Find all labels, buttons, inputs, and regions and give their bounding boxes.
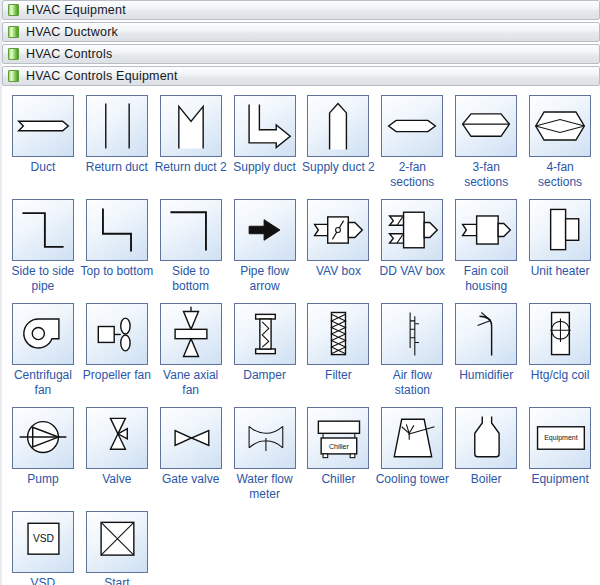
vsd-symbol-text: VSD [33,533,54,544]
chiller-icon: Chiller [309,409,367,467]
dd-vav-box-icon [383,201,441,259]
shape-item-return-duct[interactable]: Return duct [80,95,154,199]
shape-tile[interactable] [86,511,148,573]
shape-item-top-to-bottom[interactable]: Top to bottom [80,199,154,303]
shape-tile[interactable] [455,95,517,157]
shape-label: 2-fan sections [375,160,449,189]
shape-tile[interactable] [12,199,74,261]
shape-tile[interactable] [234,95,296,157]
shape-item-duct[interactable]: Duct [6,95,80,199]
shape-item-gate-valve[interactable]: Gate valve [154,407,228,511]
shape-item-supply-duct[interactable]: Supply duct [228,95,302,199]
pipe-flow-arrow-icon [236,201,294,259]
shape-item-supply-duct-2[interactable]: Supply duct 2 [302,95,376,199]
shape-label: VAV box [302,264,376,279]
shape-label: Damper [228,368,302,383]
shape-tile[interactable] [381,407,443,469]
shape-tile[interactable] [307,199,369,261]
shape-item-vsd[interactable]: VSD VSD [6,511,80,585]
shape-tile[interactable] [529,199,591,261]
shape-tile[interactable] [12,407,74,469]
shape-item-htg-clg-coil[interactable]: Htg/clg coil [523,303,597,407]
shape-tile[interactable] [12,303,74,365]
shape-tile[interactable] [455,407,517,469]
shape-item-pipe-flow-arrow[interactable]: Pipe flow arrow [228,199,302,303]
air-flow-station-icon [383,305,441,363]
shape-item-side-to-side-pipe[interactable]: Side to side pipe [6,199,80,303]
shape-item-humidifier[interactable]: Humidifier [449,303,523,407]
section-header-hvac-equipment[interactable]: HVAC Equipment [2,0,600,20]
shape-item-2-fan-sections[interactable]: 2-fan sections [375,95,449,199]
shape-item-valve[interactable]: Valve [80,407,154,511]
start-icon [88,513,146,571]
shape-tile[interactable] [381,95,443,157]
section-header-hvac-ductwork[interactable]: HVAC Ductwork [2,22,600,42]
shape-tile[interactable] [86,95,148,157]
shape-item-water-flow-meter[interactable]: Water flow meter [228,407,302,511]
shape-label: Return duct [80,160,154,175]
shape-label: Side to side pipe [6,264,80,293]
shape-item-equipment[interactable]: Equipment Equipment [523,407,597,511]
section-header-hvac-controls[interactable]: HVAC Controls [2,44,600,64]
shape-label: Duct [6,160,80,175]
shape-tile[interactable] [160,199,222,261]
shape-item-4-fan-sections[interactable]: 4-fan sections [523,95,597,199]
shape-item-air-flow-station[interactable]: Air flow station [375,303,449,407]
shape-tile[interactable] [455,199,517,261]
shape-tile[interactable]: Equipment [529,407,591,469]
shape-tile[interactable] [86,407,148,469]
equipment-icon: Equipment [531,409,589,467]
shape-tile[interactable] [455,303,517,365]
shape-item-dd-vav-box[interactable]: DD VAV box [375,199,449,303]
shape-label: Pump [6,472,80,487]
shape-tile[interactable] [160,303,222,365]
shape-item-fain-coil-housing[interactable]: Fain coil housing [449,199,523,303]
2-fan-sections-icon [383,97,441,155]
shape-tile[interactable] [86,303,148,365]
shape-tile[interactable] [86,199,148,261]
shape-item-vane-axial-fan[interactable]: Vane axial fan [154,303,228,407]
shape-tile[interactable] [381,303,443,365]
shape-label: Htg/clg coil [523,368,597,383]
pump-icon [14,409,72,467]
shape-tile[interactable] [160,95,222,157]
shape-tile[interactable] [234,407,296,469]
side-to-side-pipe-icon [14,201,72,259]
shape-item-boiler[interactable]: Boiler [449,407,523,511]
shape-item-pump[interactable]: Pump [6,407,80,511]
shape-item-start[interactable]: Start [80,511,154,585]
humidifier-icon [457,305,515,363]
shape-tile[interactable] [381,199,443,261]
shape-item-vav-box[interactable]: VAV box [302,199,376,303]
shape-label: Cooling tower [375,472,449,487]
shape-item-centrifugal-fan[interactable]: Centrifugal fan [6,303,80,407]
shape-tile[interactable] [307,95,369,157]
shape-item-chiller[interactable]: Chiller Chiller [302,407,376,511]
shape-grid: Duct Return duct Return duct 2 Supply du… [2,88,600,585]
shape-label: Water flow meter [228,472,302,501]
shape-tile[interactable] [234,199,296,261]
duct-icon [14,97,72,155]
shape-item-3-fan-sections[interactable]: 3-fan sections [449,95,523,199]
section-header-hvac-controls-equipment[interactable]: HVAC Controls Equipment [2,66,600,86]
shape-tile[interactable] [12,95,74,157]
shape-item-damper[interactable]: Damper [228,303,302,407]
shape-item-filter[interactable]: Filter [302,303,376,407]
shape-item-propeller-fan[interactable]: Propeller fan [80,303,154,407]
shape-item-unit-heater[interactable]: Unit heater [523,199,597,303]
shape-tile[interactable]: Chiller [307,407,369,469]
shape-tile[interactable] [307,303,369,365]
shape-tile[interactable] [529,95,591,157]
gate-valve-icon [162,409,220,467]
shape-label: DD VAV box [375,264,449,279]
shape-item-return-duct-2[interactable]: Return duct 2 [154,95,228,199]
shape-tile[interactable] [234,303,296,365]
shape-item-cooling-tower[interactable]: Cooling tower [375,407,449,511]
shape-label: Start [80,576,154,585]
shape-item-side-to-bottom[interactable]: Side to bottom [154,199,228,303]
shape-tile[interactable]: VSD [12,511,74,573]
shape-tile[interactable] [529,303,591,365]
3-fan-sections-icon [457,97,515,155]
shape-label: Side to bottom [154,264,228,293]
shape-tile[interactable] [160,407,222,469]
